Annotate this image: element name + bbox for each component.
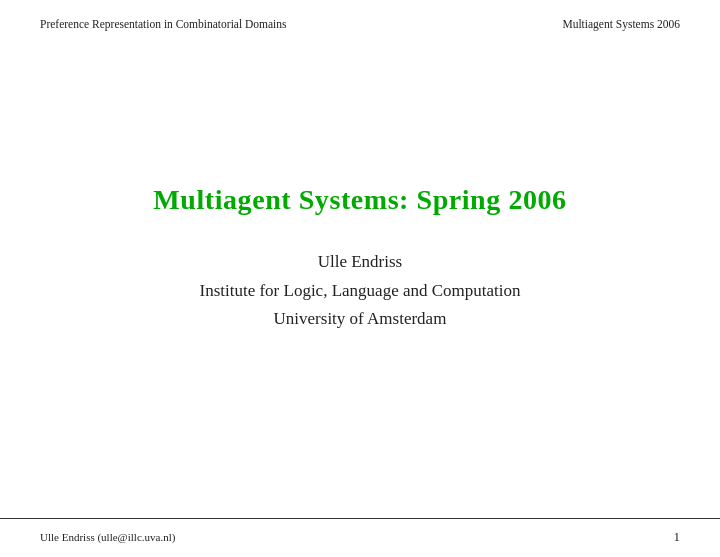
author-name: Ulle Endriss — [199, 248, 520, 277]
main-content: Multiagent Systems: Spring 2006 Ulle End… — [0, 0, 720, 518]
footer-author-email: Ulle Endriss (ulle@illc.uva.nl) — [40, 531, 175, 543]
slide: Preference Representation in Combinatori… — [0, 0, 720, 557]
slide-footer: Ulle Endriss (ulle@illc.uva.nl) 1 — [0, 518, 720, 557]
footer-page-number: 1 — [674, 529, 681, 545]
university-name: University of Amsterdam — [199, 305, 520, 334]
subtitle-block: Ulle Endriss Institute for Logic, Langua… — [199, 248, 520, 335]
institute-name: Institute for Logic, Language and Comput… — [199, 277, 520, 306]
slide-title: Multiagent Systems: Spring 2006 — [153, 184, 566, 216]
